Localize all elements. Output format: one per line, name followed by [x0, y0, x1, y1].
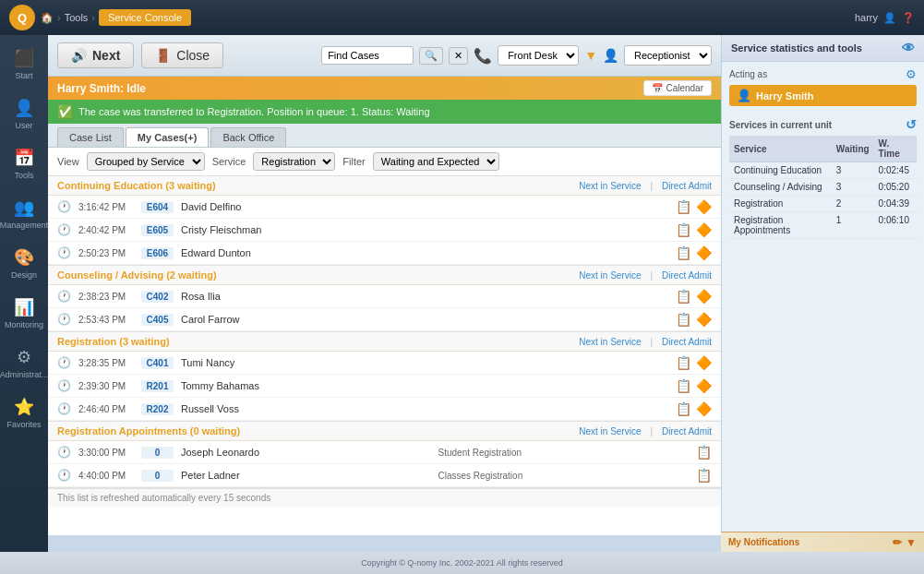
row-ticket[interactable]: E605 [141, 224, 174, 236]
doc-button[interactable]: 📋 [695, 467, 712, 484]
role-select[interactable]: Receptionist [624, 45, 712, 66]
sidebar-item-tools[interactable]: 📅 Tools [3, 139, 45, 187]
acting-as-user: 👤 Harry Smith [729, 85, 917, 106]
active-breadcrumb[interactable]: Service Console [99, 9, 191, 26]
service-cell: Registration Appointments [729, 212, 832, 239]
gear-icon[interactable]: ⚙ [906, 67, 917, 81]
tab-my-cases[interactable]: My Cases(+) [126, 127, 210, 147]
sidebar-item-start[interactable]: ⬛ Start [3, 40, 45, 88]
tab-back-office[interactable]: Back Office [210, 127, 286, 147]
next-in-service-btn[interactable]: Next in Service [579, 270, 641, 281]
doc-button[interactable]: 📋 [675, 311, 691, 328]
row-ticket[interactable]: 0 [141, 470, 174, 482]
row-time: 2:50:23 PM [78, 248, 134, 258]
doc-button[interactable]: 📋 [695, 444, 712, 460]
doc-button[interactable]: 📋 [675, 245, 691, 261]
sidebar-item-monitoring[interactable]: 📊 Monitoring [3, 289, 45, 337]
doc-button[interactable]: 📋 [675, 221, 691, 238]
clear-search-button[interactable]: ✕ [449, 47, 468, 65]
find-cases-input[interactable] [321, 46, 414, 65]
help-icon[interactable]: ❓ [902, 12, 915, 24]
front-desk-select[interactable]: Front Desk [498, 45, 579, 66]
list-item[interactable]: Registration 2 0:04:39 [729, 196, 917, 212]
next-in-service-btn[interactable]: Next in Service [579, 337, 641, 347]
next-button[interactable]: 🔊 Next [57, 42, 134, 68]
serve-button[interactable]: 🔶 [695, 198, 712, 215]
list-item[interactable]: Registration Appointments 1 0:06:10 [729, 212, 917, 239]
doc-button[interactable]: 📋 [675, 401, 691, 417]
app-logo[interactable]: Q [9, 5, 35, 30]
sidebar-item-favorites[interactable]: ⭐ Favorites [3, 389, 45, 436]
direct-admit-btn[interactable]: Direct Admit [662, 426, 712, 436]
close-label: Close [176, 48, 210, 63]
user-icon: 👤 [14, 98, 34, 118]
next-in-service-btn[interactable]: Next in Service [579, 426, 641, 436]
sidebar-item-design[interactable]: 🎨 Design [3, 239, 45, 287]
row-ticket[interactable]: C402 [141, 291, 174, 303]
service-select[interactable]: Registration [253, 152, 335, 171]
filter-icon[interactable]: ▼ [584, 48, 597, 63]
row-ticket[interactable]: R201 [141, 380, 174, 392]
user-avatar-icon: 👤 [737, 89, 751, 102]
edit-icon[interactable]: ✏ [893, 536, 902, 549]
close-button[interactable]: 🚪 Close [141, 42, 223, 68]
home-icon[interactable]: 🏠 [41, 12, 54, 24]
serve-button[interactable]: 🔶 [695, 288, 712, 305]
row-actions: 📋 🔶 [675, 377, 712, 394]
tab-bar: Case List My Cases(+) Back Office [48, 124, 721, 148]
refresh-button[interactable]: ↺ [906, 117, 917, 132]
serve-button[interactable]: 🔶 [695, 354, 712, 371]
row-actions: 📋 🔶 [675, 401, 712, 417]
sidebar-item-user[interactable]: 👤 User [3, 90, 45, 138]
services-section: Services in current unit ↺ Service Waiti… [722, 112, 924, 245]
row-time: 4:40:00 PM [78, 471, 134, 481]
serve-button[interactable]: 🔶 [695, 221, 712, 238]
row-ticket[interactable]: C401 [141, 357, 174, 369]
notifications-bar[interactable]: My Notifications ✏ ▼ [721, 532, 924, 552]
service-cell: Registration [729, 196, 832, 212]
serve-button[interactable]: 🔶 [695, 245, 712, 261]
serve-button[interactable]: 🔶 [695, 311, 712, 328]
direct-admit-btn[interactable]: Direct Admit [662, 181, 712, 191]
service-label: Service [212, 156, 246, 167]
direct-admit-btn[interactable]: Direct Admit [662, 337, 712, 347]
search-button[interactable]: 🔍 [419, 47, 443, 65]
row-actions: 📋 🔶 [675, 354, 712, 371]
table-row: 🕐 2:39:30 PM R201 Tommy Bahamas 📋 🔶 [48, 375, 721, 398]
eye-icon[interactable]: 👁 [902, 41, 915, 55]
calendar-button[interactable]: 📅 Calendar [643, 80, 712, 96]
sidebar-item-admin[interactable]: ⚙ Administrat... [3, 339, 45, 387]
list-item[interactable]: Counseling / Advising 3 0:05:20 [729, 179, 917, 196]
doc-button[interactable]: 📋 [675, 198, 691, 215]
row-ticket[interactable]: C405 [141, 314, 174, 326]
row-ticket[interactable]: R202 [141, 403, 174, 415]
clock-icon: 🕐 [57, 469, 71, 482]
service-actions: Next in Service | Direct Admit [579, 337, 712, 347]
doc-button[interactable]: 📋 [675, 288, 691, 305]
row-ticket[interactable]: E604 [141, 201, 174, 213]
view-select[interactable]: Grouped by Service [87, 152, 205, 171]
serve-button[interactable]: 🔶 [695, 401, 712, 417]
waiting-cell: 3 [832, 179, 874, 196]
next-in-service-btn[interactable]: Next in Service [579, 181, 641, 191]
user-icon[interactable]: 👤 [883, 12, 896, 24]
sidebar-label-management: Management [0, 221, 48, 230]
doc-button[interactable]: 📋 [675, 377, 691, 394]
funnel-icon[interactable]: ▼ [906, 536, 917, 549]
col-header-service: Service [729, 136, 832, 162]
row-ticket[interactable]: E606 [141, 247, 174, 259]
clock-icon: 🕐 [57, 200, 71, 213]
doc-button[interactable]: 📋 [675, 354, 691, 371]
service-header-counseling: Counseling / Advising (2 waiting) Next i… [48, 266, 721, 285]
agent-status-bar: Harry Smith: Idle 📅 Calendar [48, 77, 721, 100]
tools-breadcrumb[interactable]: Tools [65, 12, 89, 23]
list-item[interactable]: Continuing Education 3 0:02:45 [729, 162, 917, 179]
row-ticket[interactable]: 0 [141, 447, 174, 459]
right-panel: Service statistics and tools 👁 Acting as… [721, 35, 924, 574]
tab-case-list[interactable]: Case List [57, 127, 124, 147]
row-service: Student Registration [438, 448, 689, 458]
filter-select[interactable]: Waiting and Expected [373, 152, 499, 171]
sidebar-item-management[interactable]: 👥 Management [3, 189, 45, 237]
serve-button[interactable]: 🔶 [695, 377, 712, 394]
direct-admit-btn[interactable]: Direct Admit [662, 270, 712, 281]
